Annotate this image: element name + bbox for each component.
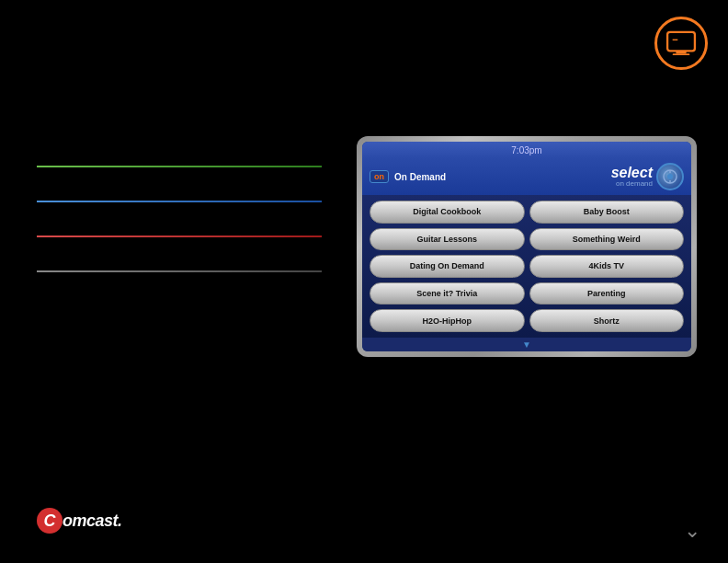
line-item-2 — [37, 201, 331, 210]
tv-display: 7:03pm on On Demand select on demand — [362, 142, 691, 351]
select-on-demand-logo: select on demand — [611, 163, 684, 190]
on-demand-label: On Demand — [394, 172, 446, 182]
channel-btn-scene-it-trivia[interactable]: Scene it? Trivia — [370, 282, 525, 305]
gray-line — [37, 270, 322, 272]
channel-btn-baby-boost[interactable]: Baby Boost — [529, 201, 685, 224]
red-line — [37, 236, 322, 237]
bottom-chevron-icon[interactable]: ⌄ — [684, 519, 700, 543]
comcast-c-icon: C — [37, 508, 63, 534]
select-sub-label: on demand — [616, 180, 653, 188]
green-line — [37, 166, 322, 167]
select-logo-circle — [656, 163, 684, 190]
tv-main-header: on On Demand select on demand — [362, 158, 691, 195]
svg-rect-1 — [676, 51, 686, 53]
svg-rect-0 — [667, 32, 695, 52]
svg-point-5 — [667, 174, 673, 179]
comcast-name: omcast. — [63, 511, 122, 531]
select-circle-icon — [662, 168, 678, 185]
tv-icon-button[interactable] — [654, 17, 708, 70]
line-item-4 — [37, 270, 331, 280]
on-badge: on — [370, 170, 389, 183]
tv-time-bar: 7:03pm — [362, 142, 691, 158]
tv-channel-grid: Digital Cookbook Baby Boost Guitar Lesso… — [362, 195, 691, 338]
svg-rect-2 — [673, 53, 690, 55]
channel-btn-parenting[interactable]: Parenting — [529, 282, 685, 305]
channel-btn-something-weird[interactable]: Something Weird — [529, 228, 685, 251]
select-label: select — [611, 166, 653, 180]
line-item-3 — [37, 236, 331, 245]
tv-screen: 7:03pm on On Demand select on demand — [357, 136, 697, 357]
blue-line — [37, 201, 322, 202]
tv-time: 7:03pm — [511, 145, 541, 155]
channel-btn-shortz[interactable]: Shortz — [529, 309, 685, 332]
channel-btn-dating-on-demand[interactable]: Dating On Demand — [370, 255, 525, 278]
channel-btn-digital-cookbook[interactable]: Digital Cookbook — [370, 201, 525, 224]
on-demand-section: on On Demand — [370, 170, 446, 183]
comcast-logo: C omcast. — [37, 508, 122, 534]
down-arrow-icon: ▼ — [522, 339, 531, 350]
channel-btn-h2o-hiphop[interactable]: H2O-HipHop — [370, 309, 525, 332]
channel-btn-guitar-lessons[interactable]: Guitar Lessons — [370, 228, 525, 251]
tv-scroll-down[interactable]: ▼ — [362, 338, 691, 351]
left-content-area — [37, 166, 331, 305]
tv-icon — [665, 30, 697, 56]
channel-btn-4kids-tv[interactable]: 4Kids TV — [529, 255, 685, 278]
on-label: on — [374, 172, 384, 181]
line-item-1 — [37, 166, 331, 175]
